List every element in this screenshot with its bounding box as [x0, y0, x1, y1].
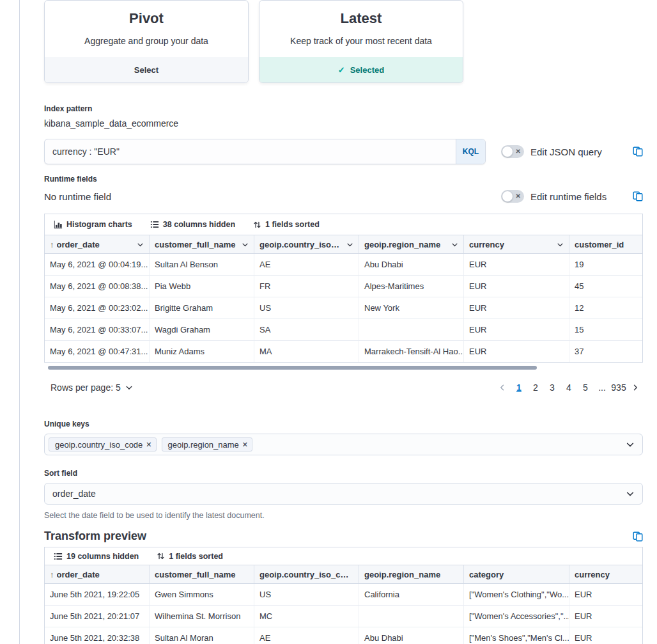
cell: EUR — [464, 341, 569, 362]
columns-hidden-button[interactable]: 19 columns hidden — [54, 552, 139, 561]
fields-sorted-button[interactable]: 1 fields sorted — [253, 220, 320, 229]
edit-json-query-toggle[interactable]: ✕ — [501, 145, 524, 158]
table-row: May 6, 2021 @ 00:04:19... Sultan Al Bens… — [45, 254, 642, 276]
check-icon: ✓ — [338, 65, 345, 75]
cell: AE — [254, 254, 359, 275]
column-header-region-name[interactable]: geoip.region_name — [359, 235, 464, 253]
cell: Brigitte Graham — [150, 297, 254, 318]
rows-per-page-button[interactable]: Rows per page: 5 — [50, 382, 133, 393]
unique-key-pill[interactable]: geoip.region_name ✕ — [162, 437, 253, 452]
column-header-customer-id[interactable]: customer_id — [569, 235, 642, 253]
cell: Wagdi Graham — [150, 319, 254, 340]
query-text: currency : "EUR" — [52, 146, 120, 157]
column-header-country-iso[interactable]: geoip.country_iso_co... — [254, 235, 359, 253]
transform-preview-title: Transform preview — [44, 530, 146, 543]
column-header-customer-full-name[interactable]: customer_full_name — [150, 235, 254, 253]
column-header-currency[interactable]: currency — [569, 565, 642, 583]
cell: EUR — [569, 584, 642, 605]
table-row: May 6, 2021 @ 00:47:31... Muniz Adams MA… — [45, 341, 642, 362]
cell: Muniz Adams — [150, 341, 254, 362]
cell: May 6, 2021 @ 00:33:07... — [45, 319, 150, 340]
copy-icon[interactable] — [633, 146, 643, 157]
cell: 19 — [569, 254, 642, 275]
copy-icon[interactable] — [633, 531, 643, 542]
cell: EUR — [464, 297, 569, 318]
cell: Abu Dhabi — [359, 627, 464, 644]
pagination-pages: 1 2 3 4 5 ... 935 — [495, 380, 643, 395]
edit-runtime-toggle-group: ✕ Edit runtime fields — [501, 190, 607, 203]
columns-icon — [54, 552, 63, 561]
pagination-row: Rows per page: 5 1 2 3 4 5 ... 935 — [44, 380, 643, 395]
cell: EUR — [464, 254, 569, 275]
cell: Gwen Simmons — [150, 584, 254, 605]
page-button-2[interactable]: 2 — [528, 380, 543, 395]
cell: ["Men's Shoes","Men's Cl... — [464, 627, 569, 644]
column-header-currency[interactable]: currency — [464, 235, 569, 253]
cell: FR — [254, 276, 359, 297]
cell: Pia Webb — [150, 276, 254, 297]
chevron-down-icon[interactable] — [137, 241, 144, 248]
histogram-charts-button[interactable]: Histogram charts — [54, 220, 132, 229]
chevron-down-icon[interactable] — [242, 241, 249, 248]
preview-grid-header: ↑ order_date customer_full_name geoip.co… — [45, 565, 642, 584]
preview-data-grid: 19 columns hidden 1 fields sorted ↑ orde… — [44, 547, 643, 644]
toggle-off-icon: ✕ — [516, 192, 521, 200]
prev-page-button[interactable] — [495, 380, 510, 395]
query-row: currency : "EUR" KQL ✕ Edit JSON query — [44, 139, 643, 164]
columns-hidden-button[interactable]: 38 columns hidden — [150, 220, 235, 229]
cell — [359, 319, 464, 340]
latest-card-description: Keep track of your most recent data — [259, 36, 463, 46]
chevron-down-icon[interactable] — [346, 241, 353, 248]
pivot-card: Pivot Aggregate and group your data Sele… — [44, 0, 249, 83]
sort-field-select[interactable]: order_date — [44, 483, 643, 505]
search-query-input[interactable]: currency : "EUR" KQL — [44, 139, 486, 164]
scrollbar-thumb[interactable] — [48, 366, 537, 370]
edit-runtime-fields-label: Edit runtime fields — [530, 191, 607, 202]
unique-keys-combobox[interactable]: geoip.country_iso_code ✕ geoip.region_na… — [44, 434, 643, 455]
chevron-down-icon[interactable] — [557, 241, 564, 248]
edit-runtime-fields-toggle[interactable]: ✕ — [501, 190, 524, 203]
column-header-region-name[interactable]: geoip.region_name — [359, 565, 464, 583]
page-button-4[interactable]: 4 — [561, 380, 576, 395]
pivot-select-button[interactable]: Select — [45, 57, 248, 82]
fields-sorted-button[interactable]: 1 fields sorted — [157, 552, 223, 561]
column-header-country-iso[interactable]: geoip.country_iso_code — [254, 565, 359, 583]
next-page-button[interactable] — [628, 380, 643, 395]
latest-selected-button[interactable]: ✓ Selected — [259, 57, 463, 82]
copy-icon[interactable] — [633, 191, 643, 201]
cell: 12 — [569, 297, 642, 318]
cell: EUR — [569, 627, 642, 644]
transform-method-cards: Pivot Aggregate and group your data Sele… — [44, 0, 643, 83]
chevron-down-icon[interactable] — [451, 241, 458, 248]
cell: SA — [254, 319, 359, 340]
cell: June 5th 2021, 20:32:38 — [45, 627, 150, 644]
page-button-1[interactable]: 1 — [511, 380, 527, 395]
index-pattern-label: Index pattern — [44, 104, 643, 113]
runtime-fields-row: No runtime field ✕ Edit runtime fields — [44, 189, 643, 204]
column-header-customer-full-name[interactable]: customer_full_name — [150, 565, 254, 583]
column-header-order-date[interactable]: ↑ order_date — [45, 235, 150, 253]
unique-key-pill[interactable]: geoip.country_iso_code ✕ — [49, 437, 157, 452]
source-grid-header: ↑ order_date customer_full_name geoip.co… — [45, 235, 642, 254]
page-button-3[interactable]: 3 — [545, 380, 560, 395]
transform-wizard-page: Pivot Aggregate and group your data Sele… — [0, 0, 657, 644]
cell: US — [254, 584, 359, 605]
sort-asc-icon: ↑ — [50, 240, 54, 249]
latest-card: Latest Keep track of your most recent da… — [259, 0, 463, 83]
page-button-5[interactable]: 5 — [578, 380, 593, 395]
pagination-ellipsis: ... — [594, 380, 610, 395]
column-header-order-date[interactable]: ↑ order_date — [45, 565, 150, 583]
column-header-category[interactable]: category — [464, 565, 569, 583]
cell: May 6, 2021 @ 00:08:38... — [45, 276, 150, 297]
chevron-down-icon[interactable] — [626, 440, 635, 449]
cell: Abu Dhabi — [359, 254, 464, 275]
toggle-off-icon: ✕ — [516, 148, 521, 155]
table-row: June 5th 2021, 20:32:38 Sultan Al Moran … — [45, 627, 642, 644]
close-icon[interactable]: ✕ — [242, 441, 248, 448]
page-button-last[interactable]: 935 — [611, 380, 626, 395]
close-icon[interactable]: ✕ — [146, 441, 151, 448]
table-row: June 5th 2021, 20:21:07 Wilhemina St. Mo… — [45, 606, 642, 627]
toggle-knob — [502, 146, 513, 157]
pivot-card-title: Pivot — [45, 10, 248, 27]
kql-language-button[interactable]: KQL — [456, 139, 485, 164]
